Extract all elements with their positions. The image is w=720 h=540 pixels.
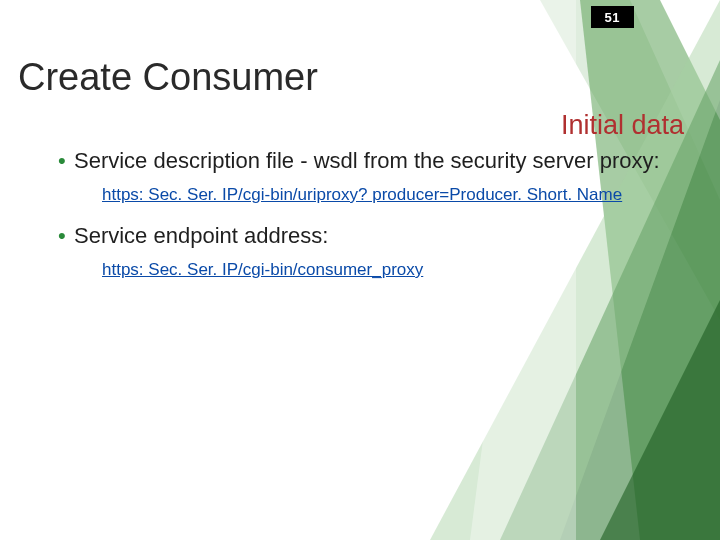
bullet-text: Service endpoint address:	[74, 223, 328, 248]
wsdl-link[interactable]: https: Sec. Ser. IP/cgi-bin/uriproxy? pr…	[102, 182, 690, 208]
slide-title: Create Consumer	[18, 56, 318, 99]
bullet-item: • Service description file - wsdl from t…	[58, 146, 690, 176]
page-number-badge: 51	[591, 6, 634, 28]
bullet-item: • Service endpoint address:	[58, 221, 690, 251]
content-area: • Service description file - wsdl from t…	[58, 146, 690, 296]
bullet-text: Service description file - wsdl from the…	[74, 148, 660, 173]
bullet-dot-icon: •	[58, 221, 66, 251]
bullet-dot-icon: •	[58, 146, 66, 176]
endpoint-link[interactable]: https: Sec. Ser. IP/cgi-bin/consumer_pro…	[102, 257, 690, 283]
slide-subtitle: Initial data	[561, 110, 684, 141]
